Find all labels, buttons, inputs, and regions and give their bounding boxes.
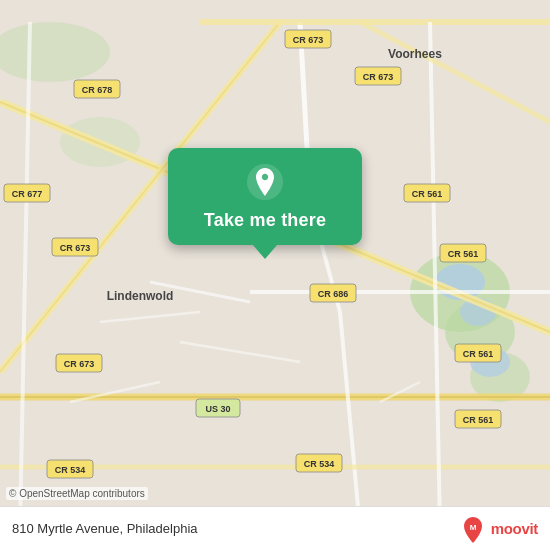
- svg-text:Voorhees: Voorhees: [388, 47, 442, 61]
- svg-text:US 30: US 30: [205, 404, 230, 414]
- svg-text:CR 673: CR 673: [60, 243, 91, 253]
- svg-text:CR 686: CR 686: [318, 289, 349, 299]
- moovit-icon: M: [459, 515, 487, 543]
- svg-text:CR 678: CR 678: [82, 85, 113, 95]
- svg-text:CR 673: CR 673: [363, 72, 394, 82]
- take-me-there-button[interactable]: Take me there: [204, 210, 326, 231]
- svg-text:CR 561: CR 561: [463, 415, 494, 425]
- svg-point-3: [0, 22, 110, 82]
- svg-line-20: [20, 22, 30, 528]
- moovit-text: moovit: [491, 520, 538, 537]
- svg-line-25: [180, 342, 300, 362]
- svg-text:CR 677: CR 677: [12, 189, 43, 199]
- bottom-bar: 810 Myrtle Avenue, Philadelphia M moovit: [0, 506, 550, 550]
- svg-text:CR 561: CR 561: [463, 349, 494, 359]
- svg-line-24: [100, 312, 200, 322]
- popup-card: Take me there: [168, 148, 362, 245]
- svg-text:CR 534: CR 534: [304, 459, 335, 469]
- svg-text:CR 561: CR 561: [412, 189, 443, 199]
- copyright-text: © OpenStreetMap contributors: [6, 487, 148, 500]
- svg-text:Lindenwold: Lindenwold: [107, 289, 174, 303]
- address-label: 810 Myrtle Avenue, Philadelphia: [12, 521, 198, 536]
- svg-text:CR 673: CR 673: [293, 35, 324, 45]
- svg-text:CR 673: CR 673: [64, 359, 95, 369]
- map-container: CR 673 CR 673 CR 678 CR 677 CR 673 CR 56…: [0, 0, 550, 550]
- svg-text:M: M: [469, 523, 476, 532]
- moovit-logo: M moovit: [459, 515, 538, 543]
- location-pin-icon: [247, 164, 283, 200]
- svg-text:CR 561: CR 561: [448, 249, 479, 259]
- map-svg: CR 673 CR 673 CR 678 CR 677 CR 673 CR 56…: [0, 0, 550, 550]
- svg-line-16: [340, 312, 360, 528]
- svg-text:CR 534: CR 534: [55, 465, 86, 475]
